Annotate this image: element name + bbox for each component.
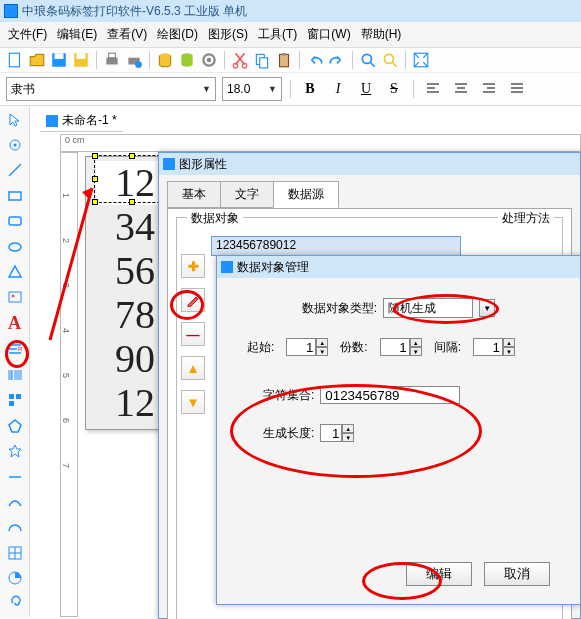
data-object-list[interactable]: 123456789012 [211, 236, 461, 256]
tb-db2[interactable] [178, 51, 196, 69]
menu-draw[interactable]: 绘图(D) [157, 26, 198, 43]
bold-button[interactable]: B [299, 78, 321, 100]
align-left-button[interactable] [422, 78, 444, 100]
type-combo[interactable]: 随机生成 [383, 298, 473, 318]
spin-down[interactable]: ▼ [503, 347, 515, 356]
spin-down[interactable]: ▼ [316, 347, 328, 356]
ruler-vertical: 1 2 3 4 5 6 7 [60, 152, 78, 617]
edit-button[interactable] [181, 288, 205, 312]
cancel-button[interactable]: 取消 [484, 562, 550, 586]
ellipse-tool[interactable] [4, 237, 26, 256]
star-tool[interactable] [4, 442, 26, 461]
move-down-button[interactable]: ▼ [181, 390, 205, 414]
menu-view[interactable]: 查看(V) [107, 26, 147, 43]
round-rect-tool[interactable] [4, 212, 26, 231]
line-tool[interactable] [4, 161, 26, 180]
svg-point-28 [11, 295, 14, 298]
svg-text:R: R [18, 346, 23, 352]
gap-input[interactable] [473, 338, 503, 356]
ruler-horizontal: 0 cm [60, 134, 581, 152]
spin-up[interactable]: ▲ [316, 338, 328, 347]
tb-save[interactable] [50, 51, 68, 69]
tb-cut[interactable] [231, 51, 249, 69]
size-select[interactable]: 18.0 ▼ [222, 77, 282, 101]
tb-print[interactable] [103, 51, 121, 69]
move-up-button[interactable]: ▲ [181, 356, 205, 380]
menu-help[interactable]: 帮助(H) [361, 26, 402, 43]
tb-saveas[interactable] [72, 51, 90, 69]
grid-tool[interactable] [4, 543, 26, 562]
triangle-tool[interactable] [4, 262, 26, 281]
align-justify-button[interactable] [506, 78, 528, 100]
barcode-tool[interactable] [4, 365, 26, 384]
align-right-button[interactable] [478, 78, 500, 100]
rich-text-tool[interactable]: R [4, 340, 26, 359]
tb-paste[interactable] [275, 51, 293, 69]
tb-new[interactable] [6, 51, 24, 69]
length-label: 生成长度: [263, 425, 314, 442]
font-select[interactable]: 隶书 ▼ [6, 77, 216, 101]
spin-up[interactable]: ▲ [342, 424, 354, 433]
sep [224, 51, 225, 69]
align-center-button[interactable] [450, 78, 472, 100]
tb-print-setup[interactable] [125, 51, 143, 69]
polygon-tool[interactable] [4, 416, 26, 435]
image-tool[interactable] [4, 288, 26, 307]
menu-shape[interactable]: 图形(S) [208, 26, 248, 43]
dialog-titlebar[interactable]: 图形属性 [159, 153, 580, 175]
pie-tool[interactable] [4, 568, 26, 587]
spin-down[interactable]: ▼ [342, 433, 354, 442]
add-button[interactable]: ✚ [181, 254, 205, 278]
spin-up[interactable]: ▲ [410, 338, 422, 347]
charset-input[interactable] [320, 386, 460, 404]
chevron-down-icon: ▼ [202, 84, 211, 94]
length-input[interactable] [320, 424, 342, 442]
arc-tool[interactable] [4, 518, 26, 537]
group-proc: 处理方法 [498, 210, 554, 227]
tb-zoom[interactable] [359, 51, 377, 69]
menu-edit[interactable]: 编辑(E) [57, 26, 97, 43]
rect-tool[interactable] [4, 186, 26, 205]
select-tool[interactable] [4, 110, 26, 129]
tab-basic[interactable]: 基本 [167, 181, 221, 208]
gap-spin[interactable]: ▲▼ [473, 338, 515, 356]
strike-button[interactable]: S [383, 78, 405, 100]
count-spin[interactable]: ▲▼ [380, 338, 422, 356]
tab-text[interactable]: 文字 [220, 181, 274, 208]
spin-down[interactable]: ▼ [410, 347, 422, 356]
tb-fit[interactable] [412, 51, 430, 69]
start-input[interactable] [286, 338, 316, 356]
chevron-down-icon[interactable]: ▼ [479, 299, 495, 317]
ok-button[interactable]: 编辑 [406, 562, 472, 586]
text-tool[interactable]: A [4, 313, 26, 334]
delete-button[interactable]: — [181, 322, 205, 346]
italic-button[interactable]: I [327, 78, 349, 100]
tb-open[interactable] [28, 51, 46, 69]
tb-undo[interactable] [306, 51, 324, 69]
length-spin[interactable]: ▲▼ [320, 424, 354, 442]
svg-rect-18 [282, 53, 287, 55]
tb-db[interactable] [156, 51, 174, 69]
left-toolbar: A R [0, 106, 30, 617]
spin-up[interactable]: ▲ [503, 338, 515, 347]
underline-button[interactable]: U [355, 78, 377, 100]
tab-datasource[interactable]: 数据源 [273, 181, 339, 208]
menu-window[interactable]: 窗口(W) [307, 26, 350, 43]
curve-tool[interactable] [4, 492, 26, 511]
tb-settings[interactable] [200, 51, 218, 69]
menu-file[interactable]: 文件(F) [8, 26, 47, 43]
line2-tool[interactable] [4, 467, 26, 486]
count-input[interactable] [380, 338, 410, 356]
document-tab[interactable]: 未命名-1 * [40, 110, 123, 132]
target-tool[interactable] [4, 135, 26, 154]
tb-zoom2[interactable] [381, 51, 399, 69]
dialog-titlebar[interactable]: 数据对象管理 [217, 256, 580, 278]
svg-rect-31 [16, 394, 21, 399]
dialog-title: 数据对象管理 [237, 259, 309, 276]
start-spin[interactable]: ▲▼ [286, 338, 328, 356]
spiral-tool[interactable] [4, 594, 26, 613]
tb-redo[interactable] [328, 51, 346, 69]
tb-copy[interactable] [253, 51, 271, 69]
qrcode-tool[interactable] [4, 391, 26, 410]
menu-tools[interactable]: 工具(T) [258, 26, 297, 43]
